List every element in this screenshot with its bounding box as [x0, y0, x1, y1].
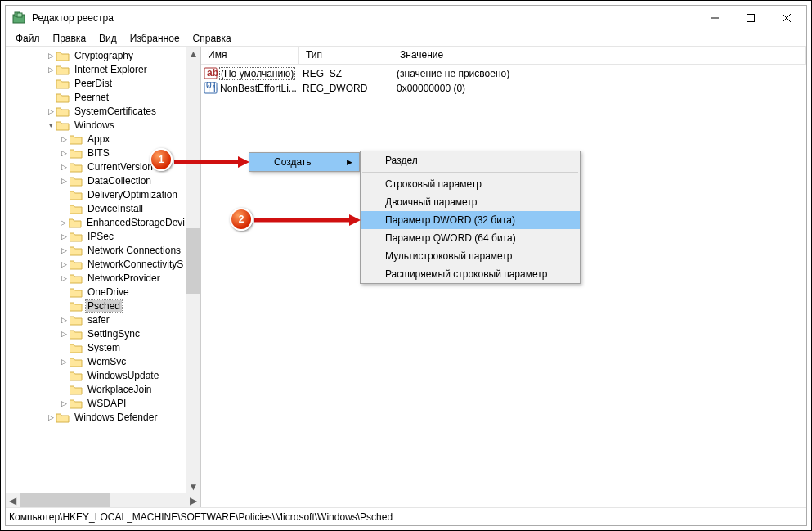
expand-icon[interactable]: ▷ [45, 65, 56, 74]
expand-icon[interactable]: ▷ [58, 149, 70, 157]
close-button[interactable] [769, 7, 805, 29]
expand-icon[interactable]: ▷ [58, 218, 69, 227]
folder-icon [56, 92, 70, 103]
tree-item[interactable]: ▷Network Connections [6, 243, 186, 257]
tree-item[interactable]: ▷Cryptography [6, 48, 186, 62]
tree-item[interactable]: WorkplaceJoin [6, 382, 186, 396]
minimize-button[interactable] [697, 7, 733, 29]
menu-favorites[interactable]: Избранное [123, 31, 186, 46]
expand-icon[interactable]: ▷ [58, 135, 70, 143]
expand-icon[interactable]: ▷ [45, 107, 56, 115]
column-name[interactable]: Имя [201, 47, 299, 64]
tree-pane: ▷Cryptography▷Internet ExplorerPeerDistP… [6, 47, 201, 507]
tree-item-label: Psched [86, 300, 122, 312]
cell-value: 0x00000000 (0) [393, 83, 806, 94]
tree-item[interactable]: System [6, 340, 186, 354]
tree-item[interactable]: ▷NetworkConnectivityS [6, 257, 186, 271]
menu-help[interactable]: Справка [186, 31, 238, 46]
tree-item[interactable]: ▷safer [6, 313, 186, 326]
expand-icon[interactable]: ▷ [45, 52, 56, 60]
tree-horizontal-scrollbar[interactable]: ◀ ▶ [6, 493, 200, 507]
folder-icon [70, 356, 83, 367]
value-name: NonBestEffortLi... [220, 83, 297, 94]
expand-icon[interactable]: ▷ [58, 177, 70, 185]
submenu-key[interactable]: Раздел [361, 151, 580, 169]
tree-item[interactable]: DeliveryOptimization [6, 187, 186, 201]
tree-item[interactable]: OneDrive [6, 285, 186, 299]
column-type[interactable]: Тип [299, 47, 393, 64]
statusbar: Компьютер\HKEY_LOCAL_MACHINE\SOFTWARE\Po… [6, 507, 806, 525]
submenu-expandstring[interactable]: Расширяемый строковый параметр [361, 265, 580, 283]
folder-icon [70, 189, 83, 200]
submenu-qword[interactable]: Параметр QWORD (64 бита) [361, 229, 580, 247]
scroll-right-button[interactable]: ▶ [186, 493, 200, 507]
expand-icon[interactable]: ▷ [58, 163, 70, 171]
context-menu-create[interactable]: Создать ▶ [249, 153, 359, 171]
column-value[interactable]: Значение [393, 47, 806, 64]
tree-item-label: EnhancedStorageDevi [85, 217, 186, 228]
tree-item-label: Network Connections [86, 245, 182, 256]
tree-item-label: BITS [86, 147, 111, 159]
tree-vertical-scrollbar[interactable]: ▲ ▼ [186, 47, 200, 493]
tree-item-label: System [86, 342, 122, 353]
folder-icon [70, 203, 83, 214]
collapse-icon[interactable]: ▾ [45, 121, 56, 129]
menu-file[interactable]: Файл [9, 31, 47, 46]
tree-item[interactable]: ▷SettingSync [6, 326, 186, 340]
scroll-left-button[interactable]: ◀ [6, 493, 20, 507]
tree-item[interactable]: Peernet [6, 90, 186, 104]
tree-item[interactable]: ▷Windows Defender [6, 410, 186, 424]
tree-item[interactable]: ▷EnhancedStorageDevi [6, 215, 186, 229]
tree-item[interactable]: ▷SystemCertificates [6, 104, 186, 118]
tree-item[interactable]: DeviceInstall [6, 201, 186, 215]
tree-item-label: Windows [73, 119, 116, 131]
scroll-down-button[interactable]: ▼ [186, 479, 200, 493]
expand-icon[interactable]: ▷ [58, 399, 70, 407]
menu-item-label: Мультистроковый параметр [385, 250, 513, 262]
titlebar[interactable]: Редактор реестра [6, 6, 806, 30]
tree-item[interactable]: WindowsUpdate [6, 368, 186, 382]
value-name: (По умолчанию) [220, 68, 294, 79]
menu-edit[interactable]: Правка [47, 31, 93, 46]
scroll-up-button[interactable]: ▲ [186, 47, 200, 61]
tree[interactable]: ▷Cryptography▷Internet ExplorerPeerDistP… [6, 47, 186, 493]
scroll-thumb[interactable] [186, 228, 200, 294]
submenu-dword[interactable]: Параметр DWORD (32 бита) [361, 211, 580, 229]
tree-item[interactable]: Psched [6, 299, 186, 313]
expand-icon[interactable]: ▷ [58, 274, 70, 282]
folder-icon [70, 231, 83, 242]
list-row[interactable]: (По умолчанию)REG_SZ(значение не присвое… [201, 66, 806, 81]
tree-item[interactable]: ▷WSDAPI [6, 396, 186, 410]
tree-item-label: CurrentVersion [86, 161, 155, 173]
expand-icon[interactable]: ▷ [58, 246, 70, 254]
menu-view[interactable]: Вид [92, 31, 123, 46]
expand-icon[interactable]: ▷ [58, 358, 70, 366]
tree-item[interactable]: ▷DataCollection [6, 173, 186, 187]
tree-item[interactable]: ▷NetworkProvider [6, 271, 186, 285]
expand-icon[interactable]: ▷ [58, 260, 70, 268]
list-body[interactable]: (По умолчанию)REG_SZ(значение не присвое… [201, 65, 806, 96]
tree-item[interactable]: PeerDist [6, 76, 186, 90]
annotation-marker-2: 2 [230, 208, 253, 231]
list-row[interactable]: NonBestEffortLi...REG_DWORD0x00000000 (0… [201, 81, 806, 96]
menu-item-label: Раздел [385, 155, 418, 166]
folder-icon [70, 259, 83, 270]
scroll-thumb[interactable] [20, 493, 110, 507]
expand-icon[interactable]: ▷ [45, 413, 56, 421]
tree-item[interactable]: ▷Internet Explorer [6, 62, 186, 76]
context-submenu: Раздел Строковый параметр Двоичный парам… [360, 151, 581, 284]
tree-item[interactable]: ▾Windows [6, 118, 186, 132]
maximize-button[interactable] [733, 7, 769, 29]
expand-icon[interactable]: ▷ [58, 330, 70, 338]
tree-item-label: PeerDist [73, 78, 114, 89]
tree-item[interactable]: ▷IPSec [6, 229, 186, 243]
window-title: Редактор реестра [32, 12, 697, 24]
tree-item[interactable]: ▷WcmSvc [6, 354, 186, 368]
submenu-string[interactable]: Строковый параметр [361, 175, 580, 193]
expand-icon[interactable]: ▷ [58, 232, 70, 241]
submenu-multistring[interactable]: Мультистроковый параметр [361, 247, 580, 265]
tree-item[interactable]: ▷Appx [6, 132, 186, 146]
expand-icon[interactable]: ▷ [58, 316, 70, 324]
submenu-binary[interactable]: Двоичный параметр [361, 193, 580, 211]
cell-type: REG_DWORD [299, 83, 393, 94]
